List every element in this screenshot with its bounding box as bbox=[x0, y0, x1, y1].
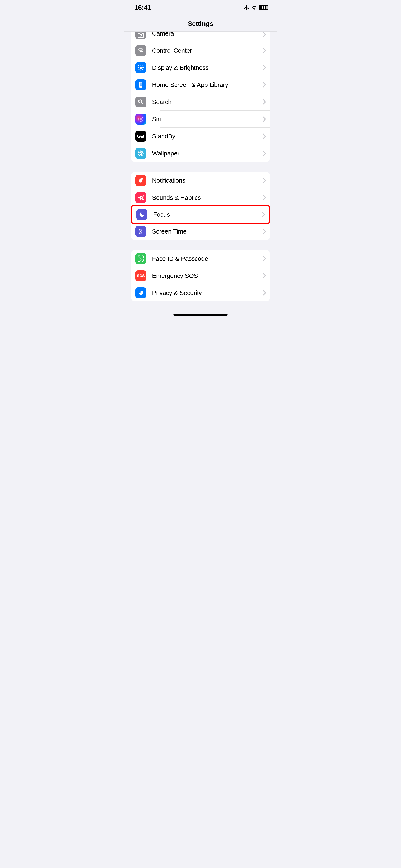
settings-row-face-id-passcode[interactable]: Face ID & Passcode bbox=[131, 250, 270, 267]
row-label: Privacy & Security bbox=[152, 289, 263, 297]
battery-percent: 81 bbox=[262, 6, 266, 10]
svg-rect-7 bbox=[140, 83, 142, 86]
wifi-icon bbox=[251, 5, 257, 11]
chevron-right-icon bbox=[263, 151, 266, 156]
settings-row-search[interactable]: Search bbox=[131, 93, 270, 111]
svg-rect-20 bbox=[142, 136, 144, 136]
faceid-icon bbox=[135, 253, 146, 264]
settings-row-screen-time[interactable]: Screen Time bbox=[131, 223, 270, 240]
hand-icon bbox=[135, 287, 146, 298]
chevron-right-icon bbox=[263, 178, 266, 183]
phone-icon bbox=[135, 80, 146, 90]
bell-icon bbox=[135, 175, 146, 186]
row-label: Face ID & Passcode bbox=[152, 255, 263, 262]
settings-row-emergency-sos[interactable]: SOSEmergency SOS bbox=[131, 267, 270, 284]
sos-icon: SOS bbox=[135, 270, 146, 281]
battery-indicator: 81 bbox=[259, 5, 270, 10]
standby-icon bbox=[135, 131, 146, 142]
status-bar: 16:41 81 bbox=[124, 0, 277, 13]
row-label: Wallpaper bbox=[152, 150, 263, 157]
chevron-right-icon bbox=[263, 273, 266, 278]
row-label: Sounds & Haptics bbox=[152, 194, 263, 201]
svg-point-5 bbox=[140, 67, 142, 69]
chevron-right-icon bbox=[263, 256, 266, 261]
settings-row-privacy-security[interactable]: Privacy & Security bbox=[131, 284, 270, 302]
row-label: Screen Time bbox=[152, 228, 263, 235]
settings-group: NotificationsSounds & HapticsFocusScreen… bbox=[131, 172, 270, 240]
status-time: 16:41 bbox=[134, 4, 151, 11]
status-icons: 81 bbox=[243, 5, 270, 11]
magnify-icon bbox=[135, 96, 146, 107]
chevron-right-icon bbox=[263, 32, 266, 37]
chevron-right-icon bbox=[262, 212, 265, 217]
chevron-right-icon bbox=[263, 290, 266, 296]
row-label: Emergency SOS bbox=[152, 272, 263, 279]
home-indicator[interactable] bbox=[173, 314, 228, 316]
page-header: Settings bbox=[124, 13, 277, 32]
chevron-right-icon bbox=[263, 195, 266, 200]
svg-point-0 bbox=[142, 34, 143, 34]
row-label: Home Screen & App Library bbox=[152, 81, 263, 88]
svg-point-2 bbox=[142, 49, 143, 50]
camera-icon bbox=[135, 32, 146, 39]
chevron-right-icon bbox=[263, 99, 266, 105]
flower-icon bbox=[135, 148, 146, 159]
settings-row-control-center[interactable]: Control Center bbox=[131, 42, 270, 59]
svg-point-31 bbox=[142, 178, 143, 180]
svg-point-4 bbox=[139, 51, 140, 52]
settings-row-home-screen-app-library[interactable]: Home Screen & App Library bbox=[131, 76, 270, 93]
chevron-right-icon bbox=[263, 48, 266, 53]
airplane-icon bbox=[243, 5, 250, 11]
chevron-right-icon bbox=[263, 229, 266, 234]
row-label: Camera bbox=[152, 32, 263, 37]
speaker-icon bbox=[135, 192, 146, 203]
svg-rect-19 bbox=[142, 135, 144, 136]
settings-row-siri[interactable]: Siri bbox=[131, 111, 270, 128]
switches-icon bbox=[135, 45, 146, 56]
row-label: Search bbox=[152, 98, 263, 105]
settings-row-display-brightness[interactable]: Display & Brightness bbox=[131, 59, 270, 76]
row-label: Notifications bbox=[152, 177, 263, 184]
svg-point-13 bbox=[141, 87, 142, 87]
chevron-right-icon bbox=[263, 65, 266, 70]
settings-row-sounds-haptics[interactable]: Sounds & Haptics bbox=[131, 189, 270, 206]
sun-icon bbox=[135, 62, 146, 73]
siri-icon bbox=[135, 114, 146, 125]
chevron-right-icon bbox=[263, 82, 266, 88]
svg-point-16 bbox=[140, 118, 142, 120]
row-label: StandBy bbox=[152, 133, 263, 140]
settings-row-wallpaper[interactable]: Wallpaper bbox=[131, 145, 270, 162]
page-title: Settings bbox=[124, 20, 277, 28]
settings-row-standby[interactable]: StandBy bbox=[131, 128, 270, 145]
settings-row-notifications[interactable]: Notifications bbox=[131, 172, 270, 189]
settings-group: CameraControl CenterDisplay & Brightness… bbox=[131, 32, 270, 162]
chevron-right-icon bbox=[263, 116, 266, 122]
row-label: Control Center bbox=[152, 47, 263, 54]
row-label: Focus bbox=[153, 211, 262, 218]
row-label: Siri bbox=[152, 116, 263, 123]
settings-row-focus[interactable]: Focus bbox=[131, 205, 270, 224]
hourglass-icon bbox=[135, 226, 146, 237]
moon-icon bbox=[136, 209, 147, 220]
settings-group: Face ID & PasscodeSOSEmergency SOSPrivac… bbox=[131, 250, 270, 302]
settings-row-camera[interactable]: Camera bbox=[131, 32, 270, 42]
row-label: Display & Brightness bbox=[152, 64, 263, 71]
svg-rect-21 bbox=[142, 136, 143, 137]
chevron-right-icon bbox=[263, 133, 266, 139]
